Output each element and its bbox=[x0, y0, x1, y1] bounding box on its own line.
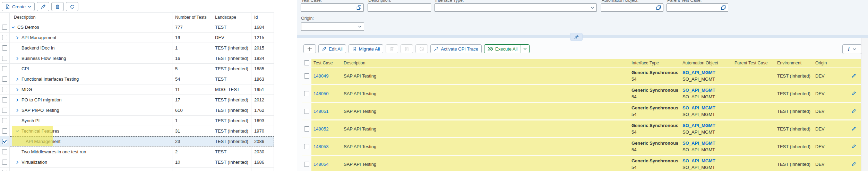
test-case-row[interactable]: 148049 SAP API Testing Generic Synchrono… bbox=[302, 68, 861, 85]
test-case-row[interactable]: 148050 SAP API Testing Generic Synchrono… bbox=[302, 85, 861, 103]
activate-cpi-trace-button[interactable]: Activate CPI Trace bbox=[430, 44, 482, 53]
row-checkbox[interactable] bbox=[304, 73, 309, 79]
origin-column-header[interactable]: Origin bbox=[813, 59, 846, 67]
expand-toggle-icon[interactable] bbox=[11, 25, 16, 29]
tree-row[interactable]: Virtualization 10 TEST (Inherited) 1686 bbox=[0, 157, 274, 168]
row-edit-button[interactable] bbox=[846, 156, 861, 171]
tree-description-cell[interactable]: PO to CPI migration bbox=[10, 95, 172, 105]
row-edit-button[interactable] bbox=[846, 68, 861, 84]
tree-row[interactable]: Business Flow Testing 16 TEST (Inherited… bbox=[0, 53, 274, 64]
migrate-all-button[interactable]: Migrate All bbox=[349, 44, 384, 53]
row-checkbox[interactable] bbox=[2, 128, 7, 134]
create-button[interactable]: Create bbox=[2, 2, 35, 11]
expand-toggle-icon[interactable] bbox=[15, 77, 20, 81]
delete-button[interactable] bbox=[51, 2, 64, 11]
select-all-checkbox[interactable] bbox=[304, 60, 309, 65]
row-checkbox[interactable] bbox=[2, 25, 7, 30]
tree-description-cell[interactable]: Virtualization bbox=[10, 157, 172, 167]
automation-object-link[interactable]: SO_API_MGMT bbox=[682, 69, 730, 76]
row-checkbox[interactable] bbox=[2, 118, 7, 123]
tree-description-cell[interactable]: SAP PI/PO Testing bbox=[10, 105, 172, 115]
dropdown-chevron-icon[interactable] bbox=[591, 6, 594, 9]
tree-row[interactable]: PO to CPI migration 17 TEST (Inherited) … bbox=[0, 95, 274, 105]
test-case-link[interactable]: 148050 bbox=[313, 91, 328, 96]
test-case-row[interactable]: 148051 SAP API Testing Generic Synchrono… bbox=[302, 103, 861, 120]
row-checkbox[interactable] bbox=[304, 144, 309, 149]
id-column-header[interactable]: Id bbox=[251, 13, 274, 22]
test-case-link[interactable]: 148054 bbox=[313, 162, 328, 167]
tree-row[interactable]: API Management 23 TEST (Inherited) 2086 bbox=[0, 136, 274, 147]
expand-toggle-icon[interactable] bbox=[15, 88, 20, 92]
automation-object-link[interactable]: SO_API_MGMT bbox=[682, 158, 730, 164]
row-checkbox[interactable] bbox=[304, 109, 309, 114]
filter-input[interactable] bbox=[435, 3, 597, 12]
filter-splitter-bar[interactable] bbox=[297, 35, 868, 38]
row-checkbox[interactable] bbox=[2, 97, 7, 102]
tree-row[interactable]: Main Test Catalogs 10000 1073 bbox=[0, 168, 274, 171]
tree-description-cell[interactable]: CS Demos bbox=[10, 22, 172, 32]
interface-type-column-header[interactable]: Interface Type bbox=[629, 59, 680, 67]
vertical-scrollbar[interactable] bbox=[861, 38, 868, 171]
row-checkbox[interactable] bbox=[2, 66, 7, 71]
row-checkbox[interactable] bbox=[2, 139, 7, 144]
tree-description-cell[interactable]: Business Flow Testing bbox=[10, 53, 172, 63]
test-case-link[interactable]: 148052 bbox=[313, 126, 328, 132]
tree-row[interactable]: Two Middlewares in one test run 2 TEST 2… bbox=[0, 147, 274, 157]
test-case-column-header[interactable]: Test Case bbox=[311, 59, 342, 67]
tree-description-cell[interactable]: Synch PI bbox=[10, 116, 172, 126]
test-case-link[interactable]: 148051 bbox=[313, 109, 328, 114]
filter-input[interactable] bbox=[667, 3, 728, 12]
execute-all-button[interactable]: Execute All bbox=[484, 45, 521, 53]
paste-button[interactable] bbox=[401, 44, 413, 53]
automation-object-link[interactable]: SO_API_MGMT bbox=[682, 105, 730, 111]
landscape-column-header[interactable]: Landscape bbox=[212, 13, 251, 22]
row-edit-button[interactable] bbox=[846, 85, 861, 102]
test-case-link[interactable]: 148053 bbox=[313, 144, 328, 149]
tree-description-cell[interactable]: Functional Interfaces Testing bbox=[10, 74, 172, 84]
test-case-row[interactable]: 148053 SAP API Testing Generic Synchrono… bbox=[302, 138, 861, 156]
info-menu-button[interactable]: i bbox=[842, 44, 862, 54]
expand-toggle-icon[interactable] bbox=[15, 129, 20, 133]
expand-toggle-icon[interactable] bbox=[15, 160, 20, 164]
row-checkbox[interactable] bbox=[304, 91, 309, 96]
expand-toggle-icon[interactable] bbox=[15, 56, 20, 61]
description-column-header[interactable]: Description bbox=[342, 59, 629, 67]
test-case-row[interactable]: 148052 SAP API Testing Generic Synchrono… bbox=[302, 120, 861, 138]
tree-description-cell[interactable]: MDG bbox=[10, 84, 172, 94]
row-edit-button[interactable] bbox=[846, 138, 861, 155]
description-column-header[interactable]: Description bbox=[10, 13, 172, 22]
tree-description-cell[interactable]: Technical Features bbox=[10, 126, 172, 136]
row-checkbox[interactable] bbox=[2, 108, 7, 113]
automation-object-link[interactable]: SO_API_MGMT bbox=[682, 87, 730, 93]
automation-object-link[interactable]: SO_API_MGMT bbox=[682, 140, 730, 146]
tree-row[interactable]: MDG 11 MDG_TEST 1951 bbox=[0, 84, 274, 95]
tree-row[interactable]: Backend IDoc In 1 TEST (Inherited) 2015 bbox=[0, 43, 274, 53]
edit-all-button[interactable]: Edit All bbox=[318, 44, 346, 53]
add-test-case-button[interactable] bbox=[303, 44, 316, 53]
row-checkbox[interactable] bbox=[304, 126, 309, 132]
filter-input[interactable] bbox=[601, 3, 663, 12]
tree-row[interactable]: SAP PI/PO Testing 610 TEST (Inherited) 1… bbox=[0, 105, 274, 116]
row-checkbox[interactable] bbox=[2, 160, 7, 165]
tree-row[interactable]: CPI 5 TEST (Inherited) 1685 bbox=[0, 64, 274, 74]
tree-row[interactable]: Synch PI 1 TEST (Inherited) 1693 bbox=[0, 116, 274, 126]
tree-description-cell[interactable]: CPI bbox=[10, 64, 172, 74]
row-checkbox[interactable] bbox=[2, 87, 7, 92]
dropdown-chevron-icon[interactable] bbox=[358, 25, 362, 28]
environment-column-header[interactable]: Environment bbox=[775, 59, 813, 67]
test-case-row[interactable]: 148054 SAP API Testing Generic Synchrono… bbox=[302, 156, 861, 171]
value-help-icon[interactable] bbox=[356, 5, 361, 10]
row-edit-button[interactable] bbox=[846, 103, 861, 119]
tree-description-cell[interactable]: Main Test Catalogs bbox=[10, 168, 172, 171]
expand-toggle-icon[interactable] bbox=[15, 108, 20, 112]
history-button[interactable] bbox=[415, 44, 428, 53]
test-case-link[interactable]: 148049 bbox=[313, 73, 328, 79]
automation-object-link[interactable]: SO_API_MGMT bbox=[682, 122, 730, 129]
parent-test-case-column-header[interactable]: Parent Test Case bbox=[732, 59, 775, 67]
tree-description-cell[interactable]: API Management bbox=[10, 136, 172, 146]
filter-input[interactable] bbox=[301, 3, 364, 12]
row-checkbox[interactable] bbox=[2, 56, 7, 61]
number-of-tests-column-header[interactable]: Number of Tests bbox=[172, 13, 212, 22]
refresh-button[interactable] bbox=[66, 2, 78, 11]
tree-description-cell[interactable]: Two Middlewares in one test run bbox=[10, 147, 172, 157]
